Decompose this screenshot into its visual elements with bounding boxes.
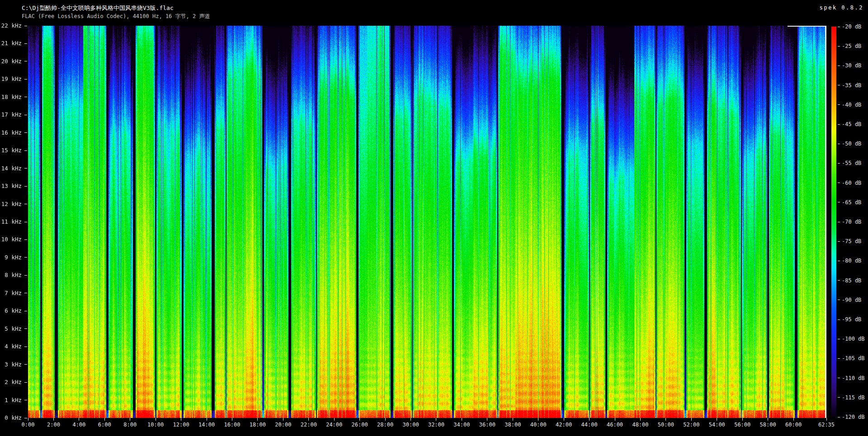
time-tick-label: 12:00 bbox=[173, 422, 189, 428]
db-tick bbox=[838, 280, 840, 281]
db-tick-label: -85 dB bbox=[842, 277, 861, 284]
freq-tick-label: 12 kHz bbox=[1, 201, 22, 208]
freq-tick bbox=[24, 150, 27, 151]
time-tick-label: 24:00 bbox=[326, 422, 342, 428]
time-tick bbox=[359, 418, 360, 421]
freq-tick bbox=[24, 204, 27, 204]
time-tick-label: 36:00 bbox=[479, 422, 495, 428]
time-tick-label: 52:00 bbox=[683, 422, 699, 428]
db-tick-label: -20 dB bbox=[842, 23, 861, 30]
time-tick bbox=[156, 418, 156, 421]
db-tick-label: -90 dB bbox=[842, 296, 861, 304]
db-tick bbox=[838, 319, 840, 320]
freq-tick-label: 1 kHz bbox=[1, 397, 22, 404]
db-tick bbox=[838, 66, 840, 66]
freq-tick-label: 0 kHz bbox=[1, 414, 22, 422]
time-tick bbox=[826, 418, 827, 421]
time-tick bbox=[79, 418, 79, 421]
time-tick-label: 10:00 bbox=[147, 422, 164, 428]
freq-tick-label: 17 kHz bbox=[1, 111, 22, 118]
time-tick-label: 40:00 bbox=[530, 422, 547, 428]
time-tick-label: 62:35 bbox=[818, 422, 835, 428]
freq-tick-label: 19 kHz bbox=[1, 75, 22, 83]
time-tick-label: 14:00 bbox=[198, 422, 215, 428]
freq-tick bbox=[24, 97, 27, 97]
spectrogram-plot bbox=[28, 26, 826, 418]
freq-tick bbox=[24, 328, 27, 329]
db-tick bbox=[838, 397, 840, 398]
freq-tick bbox=[24, 275, 27, 276]
time-tick-label: 44:00 bbox=[581, 422, 598, 428]
file-format-info: FLAC (Free Lossless Audio Codec), 44100 … bbox=[22, 13, 210, 20]
freq-tick-label: 9 kHz bbox=[1, 254, 22, 261]
time-tick bbox=[665, 418, 666, 421]
time-tick-label: 26:00 bbox=[352, 422, 368, 428]
db-tick-label: -80 dB bbox=[842, 257, 861, 264]
freq-tick bbox=[24, 347, 27, 347]
db-tick bbox=[838, 104, 840, 105]
time-tick-label: 2:00 bbox=[47, 422, 60, 428]
db-tick-label: -110 dB bbox=[842, 375, 865, 382]
file-path: C:\Dj型酷帅-全中文唢呐多种风格中国风串烧V3版.flac bbox=[22, 4, 174, 12]
freq-tick-label: 3 kHz bbox=[1, 361, 22, 368]
db-tick bbox=[838, 183, 840, 183]
freq-tick-label: 16 kHz bbox=[1, 129, 22, 136]
time-tick-label: 0:00 bbox=[22, 422, 35, 428]
db-tick bbox=[838, 202, 840, 202]
time-tick-label: 32:00 bbox=[428, 422, 444, 428]
freq-tick bbox=[24, 168, 27, 169]
freq-tick bbox=[24, 364, 27, 365]
time-tick bbox=[513, 418, 513, 421]
db-tick bbox=[838, 163, 840, 164]
time-tick bbox=[53, 418, 54, 421]
time-tick-label: 6:00 bbox=[98, 422, 111, 428]
time-tick-label: 56:00 bbox=[734, 422, 750, 428]
freq-tick bbox=[24, 222, 27, 222]
db-tick bbox=[838, 417, 840, 417]
freq-tick bbox=[24, 79, 27, 80]
freq-tick-label: 22 kHz bbox=[1, 22, 22, 29]
time-tick bbox=[742, 418, 743, 421]
time-tick-label: 4:00 bbox=[72, 422, 85, 428]
time-tick bbox=[436, 418, 436, 421]
db-tick bbox=[838, 378, 840, 378]
time-tick-label: 18:00 bbox=[250, 422, 266, 428]
db-tick bbox=[838, 144, 840, 144]
db-tick bbox=[838, 241, 840, 242]
time-tick-label: 22:00 bbox=[301, 422, 317, 428]
db-tick-label: -100 dB bbox=[842, 335, 865, 342]
freq-tick bbox=[24, 239, 27, 240]
freq-tick-label: 13 kHz bbox=[1, 183, 22, 190]
time-tick-label: 28:00 bbox=[377, 422, 393, 428]
freq-tick bbox=[24, 311, 27, 311]
freq-tick-label: 18 kHz bbox=[1, 94, 22, 101]
time-tick bbox=[130, 418, 130, 421]
time-tick bbox=[487, 418, 487, 421]
time-tick-label: 8:00 bbox=[123, 422, 137, 428]
db-tick-label: -65 dB bbox=[842, 199, 861, 206]
db-tick-label: -60 dB bbox=[842, 179, 861, 187]
time-tick bbox=[640, 418, 641, 421]
freq-tick bbox=[24, 400, 27, 400]
freq-tick-label: 6 kHz bbox=[1, 307, 22, 314]
app-version: spek 0.8.2 bbox=[820, 5, 863, 11]
time-tick bbox=[793, 418, 794, 421]
freq-tick bbox=[24, 43, 27, 44]
freq-tick bbox=[24, 115, 27, 115]
time-tick-label: 54:00 bbox=[709, 422, 725, 428]
time-tick bbox=[232, 418, 232, 421]
freq-tick bbox=[24, 293, 27, 293]
freq-tick bbox=[24, 382, 27, 383]
time-tick bbox=[257, 418, 258, 421]
freq-tick bbox=[24, 132, 27, 133]
freq-tick-label: 7 kHz bbox=[1, 290, 22, 297]
db-tick bbox=[838, 300, 840, 300]
time-tick-label: 20:00 bbox=[275, 422, 291, 428]
time-tick-label: 58:00 bbox=[760, 422, 776, 428]
time-tick bbox=[768, 418, 768, 421]
db-tick bbox=[838, 358, 840, 359]
db-tick-label: -30 dB bbox=[842, 62, 861, 69]
time-tick-label: 60:00 bbox=[785, 422, 802, 428]
time-tick bbox=[181, 418, 181, 421]
time-tick-label: 46:00 bbox=[607, 422, 623, 428]
